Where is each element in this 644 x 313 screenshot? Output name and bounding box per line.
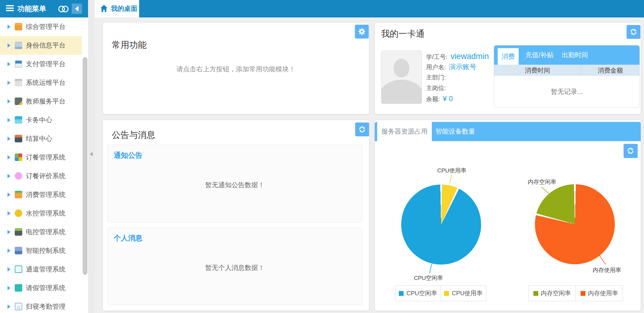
info-label: 余额: [426, 96, 440, 102]
charts-refresh-button[interactable] [624, 144, 638, 158]
tab-smart-devices[interactable]: 智能设备数量 [434, 122, 476, 141]
expand-arrow-icon[interactable] [8, 267, 11, 271]
panel-collapse-handle-icon[interactable] [90, 152, 93, 156]
memory-idle-label: 内存空闲率 [528, 178, 556, 186]
toggle-icon[interactable] [58, 6, 71, 12]
sidebar-item[interactable]: 订餐管理系统 [0, 148, 82, 167]
table-header-cell: 消费金额 [581, 65, 639, 76]
info-label: 主岗位: [426, 85, 446, 91]
tab-my-desktop[interactable]: 我的桌面 [95, 0, 139, 17]
memory-idle-leader-line [541, 187, 549, 194]
expand-arrow-icon[interactable] [8, 99, 11, 104]
charts-tab-bar: 服务器资源占用 智能设备数量 [375, 122, 641, 141]
sidebar-item[interactable]: 综合管理平台 [0, 17, 82, 36]
blackboard-icon [15, 98, 22, 105]
legend-item[interactable]: CPU空闲率 [395, 286, 441, 301]
sidebar-item[interactable]: 结算中心 [0, 129, 82, 148]
table-header-cell: 消费时间 [494, 65, 581, 76]
legend-swatch-icon [444, 291, 449, 296]
refresh-icon [630, 28, 637, 36]
sidebar-item-label: 消费管理系统 [26, 185, 66, 204]
folder-icon [15, 23, 22, 30]
sidebar-item[interactable]: 系统运维平台 [0, 73, 82, 92]
add-module-button[interactable] [355, 25, 369, 39]
card-tab-2[interactable]: 出勤时间 [562, 45, 588, 65]
sidebar-item[interactable]: 请假管理系统 [0, 279, 82, 297]
expand-arrow-icon[interactable] [8, 81, 11, 85]
sidebar-item[interactable]: ⌂归寝考勤管理 [0, 297, 82, 313]
expand-arrow-icon[interactable] [8, 305, 11, 309]
expand-arrow-icon[interactable] [8, 25, 11, 29]
records-table-header: 消费时间消费金额 [494, 65, 639, 76]
expand-arrow-icon[interactable] [8, 249, 11, 253]
id-card-icon [15, 42, 22, 49]
sidebar-item-label: 归寝考勤管理 [26, 297, 66, 313]
top-tab-bar: 我的桌面 [95, 0, 644, 17]
sidebar-item[interactable]: 支付管理平台 [0, 55, 82, 73]
user-info-row: 主部门: [426, 72, 495, 83]
sidebar-item[interactable]: 身份信息平台 [0, 36, 82, 55]
legend-label: CPU使用率 [452, 289, 482, 297]
menu-list-icon[interactable] [6, 5, 14, 12]
charts-panel: 服务器资源占用 智能设备数量 CPU使用率 CPU空闲率 内存空闲率 内存使用率… [375, 120, 641, 311]
card-tab-1[interactable]: 充值/补贴 [525, 45, 554, 65]
sidebar-item[interactable]: 通道管理系统 [0, 260, 82, 279]
tab-server-resources[interactable]: 服务器资源占用 [377, 122, 432, 141]
sidebar: 功能菜单 综合管理平台身份信息平台支付管理平台系统运维平台教师服务平台卡务中心结… [0, 0, 88, 313]
expand-arrow-icon[interactable] [8, 174, 11, 178]
legend-label: 内存使用率 [588, 289, 618, 297]
memory-used-leader-line [599, 256, 606, 265]
sidebar-item-label: 订餐评价系统 [26, 167, 66, 185]
user-info-row: 学/工号:viewadmin [426, 51, 495, 62]
expand-arrow-icon[interactable] [8, 211, 11, 215]
sidebar-item-label: 通道管理系统 [26, 260, 66, 279]
legend-label: CPU空闲率 [406, 289, 437, 297]
cpu-pie-chart[interactable] [401, 184, 481, 265]
info-value[interactable]: 演示账号 [449, 63, 477, 71]
cpu-used-leader-line [450, 175, 452, 184]
legend-swatch-icon [581, 291, 585, 296]
sidebar-item[interactable]: 电控管理系统 [0, 223, 82, 241]
sidebar-collapse-button[interactable] [72, 4, 82, 14]
card-refresh-button[interactable] [627, 25, 640, 39]
sidebar-item[interactable]: 消费管理系统 [0, 185, 82, 204]
info-value: ¥ 0 [443, 95, 453, 103]
notice-section-title: 个人消息 [114, 233, 142, 243]
sidebar-item[interactable]: 卡务中心 [0, 111, 82, 129]
memory-pie-chart[interactable] [535, 184, 615, 264]
expand-arrow-icon[interactable] [8, 62, 11, 66]
refresh-icon [359, 126, 366, 133]
sidebar-item[interactable]: 水控管理系统 [0, 204, 82, 223]
sidebar-item-label: 卡务中心 [26, 111, 52, 129]
sidebar-scrollbar-thumb[interactable] [83, 57, 87, 275]
expand-arrow-icon[interactable] [8, 155, 11, 160]
sidebar-item[interactable]: 智能控制系统 [0, 241, 82, 260]
expand-arrow-icon[interactable] [8, 286, 11, 290]
sidebar-item[interactable]: 订餐评价系统 [0, 167, 82, 185]
sidebar-item-label: 教师服务平台 [26, 92, 66, 111]
gear-icon [358, 28, 365, 35]
sidebar-item[interactable]: 教师服务平台 [0, 92, 82, 111]
avatar [381, 51, 422, 104]
expand-arrow-icon[interactable] [8, 193, 11, 197]
cpu-idle-label: CPU空闲率 [414, 274, 443, 282]
sidebar-item-label: 结算中心 [26, 129, 52, 148]
left-triangle-icon [75, 6, 78, 11]
card-tab-0[interactable]: 消费 [498, 48, 519, 65]
expand-arrow-icon[interactable] [8, 118, 11, 122]
my-card-title: 我的一卡通 [381, 28, 425, 40]
notice-section-title: 通知公告 [114, 150, 142, 160]
sidebar-header: 功能菜单 [0, 0, 88, 17]
consume-wallet-icon [15, 191, 22, 198]
legend-item[interactable]: CPU使用率 [441, 286, 486, 301]
notice-refresh-button[interactable] [355, 122, 369, 136]
smart-control-icon [15, 247, 22, 254]
expand-arrow-icon[interactable] [8, 230, 11, 234]
expand-arrow-icon[interactable] [8, 137, 11, 141]
sidebar-item-label: 系统运维平台 [26, 73, 66, 92]
legend-item[interactable]: 内存空闲率 [529, 286, 575, 301]
legend-item[interactable]: 内存使用率 [575, 286, 623, 301]
card-records-box: 消费充值/补贴出勤时间 消费时间消费金额 暂无记录... [494, 45, 640, 108]
expand-arrow-icon[interactable] [8, 43, 11, 48]
sidebar-item-label: 身份信息平台 [26, 36, 66, 55]
